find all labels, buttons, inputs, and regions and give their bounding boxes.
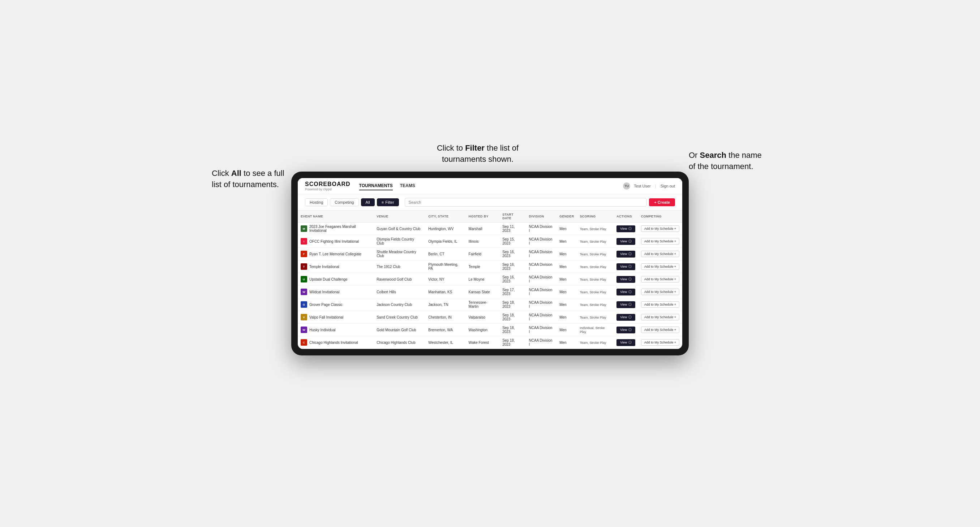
tab-hosting[interactable]: Hosting	[305, 198, 328, 206]
tab-competing[interactable]: Competing	[330, 198, 358, 206]
header-right: TU Test User | Sign out	[623, 183, 675, 190]
event-name-text-8: Husky Individual	[309, 328, 336, 332]
view-button-9[interactable]: View ⓘ	[616, 339, 635, 346]
cell-venue-0: Guyan Golf & Country Club	[374, 222, 425, 235]
cell-gender-4: Men	[557, 273, 577, 286]
cell-start-date-5: Sep 17, 2023	[500, 286, 526, 298]
cell-scoring-3: Team, Stroke Play	[577, 260, 614, 273]
page-wrapper: Click All to see a full list of tourname…	[291, 171, 689, 356]
add-schedule-button-9[interactable]: Add to My Schedule +	[641, 339, 679, 346]
view-button-5[interactable]: View ⓘ	[616, 289, 635, 295]
add-schedule-button-7[interactable]: Add to My Schedule +	[641, 314, 679, 321]
filter-label: Filter	[385, 200, 394, 205]
cell-scoring-2: Team, Stroke Play	[577, 248, 614, 260]
cell-start-date-2: Sep 16, 2023	[500, 248, 526, 260]
cell-division-7: NCAA Division I	[526, 311, 557, 324]
toolbar: Hosting Competing All ≡ Filter + Create	[298, 194, 682, 211]
view-button-6[interactable]: View ⓘ	[616, 301, 635, 308]
cell-hosted-by-9: Wake Forest	[466, 336, 500, 349]
cell-city-state-4: Victor, NY	[425, 273, 465, 286]
cell-division-6: NCAA Division I	[526, 298, 557, 311]
view-button-0[interactable]: View ⓘ	[616, 225, 635, 232]
cell-event-name-9: C Chicago Highlands Invitational	[298, 336, 374, 349]
cell-actions-5: View ⓘ	[614, 286, 638, 298]
event-name-text-5: Wildcat Invitational	[309, 290, 339, 294]
cell-competing-7: Add to My Schedule +	[638, 311, 682, 324]
view-button-1[interactable]: View ⓘ	[616, 238, 635, 245]
annotation-top-right: Or Search the name of the tournament.	[689, 150, 768, 172]
table-header: EVENT NAME VENUE CITY, STATE HOSTED BY S…	[298, 211, 682, 222]
cell-scoring-5: Team, Stroke Play	[577, 286, 614, 298]
col-competing: COMPETING	[638, 211, 682, 222]
col-gender: GENDER	[557, 211, 577, 222]
cell-gender-2: Men	[557, 248, 577, 260]
table-row: V Valpo Fall Invitational Sand Creek Cou…	[298, 311, 682, 324]
nav-teams[interactable]: TEAMS	[400, 182, 415, 190]
add-schedule-button-3[interactable]: Add to My Schedule +	[641, 264, 679, 270]
cell-venue-6: Jackson Country Club	[374, 298, 425, 311]
cell-gender-1: Men	[557, 235, 577, 248]
cell-division-3: NCAA Division I	[526, 260, 557, 273]
annotation-top-center: Click to Filter the list of tournaments …	[416, 143, 539, 165]
cell-city-state-9: Westchester, IL	[425, 336, 465, 349]
team-logo-8: W	[301, 327, 307, 333]
create-button[interactable]: + Create	[649, 198, 675, 206]
cell-hosted-by-3: Temple	[466, 260, 500, 273]
add-schedule-button-0[interactable]: Add to My Schedule +	[641, 225, 679, 232]
app-header: SCOREBOARD Powered by clippd TOURNAMENTS…	[298, 178, 682, 194]
col-hosted-by: HOSTED BY	[466, 211, 500, 222]
cell-city-state-2: Berlin, CT	[425, 248, 465, 260]
cell-event-name-3: T Temple Invitational	[298, 260, 374, 273]
cell-venue-8: Gold Mountain Golf Club	[374, 324, 425, 336]
info-icon-4: ⓘ	[628, 277, 632, 282]
user-avatar: TU	[623, 183, 630, 190]
cell-division-8: NCAA Division I	[526, 324, 557, 336]
view-button-3[interactable]: View ⓘ	[616, 264, 635, 270]
cell-gender-5: Men	[557, 286, 577, 298]
tablet-screen: SCOREBOARD Powered by clippd TOURNAMENTS…	[298, 178, 682, 349]
add-schedule-button-4[interactable]: Add to My Schedule +	[641, 276, 679, 283]
filter-icon: ≡	[382, 200, 384, 205]
table-body: M 2023 Joe Feaganes Marshall Invitationa…	[298, 222, 682, 349]
cell-hosted-by-4: Le Moyne	[466, 273, 500, 286]
cell-event-name-5: W Wildcat Invitational	[298, 286, 374, 298]
cell-event-name-8: W Husky Individual	[298, 324, 374, 336]
cell-division-1: NCAA Division I	[526, 235, 557, 248]
cell-city-state-0: Huntington, WV	[425, 222, 465, 235]
view-button-2[interactable]: View ⓘ	[616, 251, 635, 257]
table-container: EVENT NAME VENUE CITY, STATE HOSTED BY S…	[298, 211, 682, 349]
table-row: U Upstate Dual Challenge Ravenwood Golf …	[298, 273, 682, 286]
search-input[interactable]	[405, 198, 647, 206]
cell-scoring-4: Team, Stroke Play	[577, 273, 614, 286]
cell-gender-8: Men	[557, 324, 577, 336]
filter-button[interactable]: ≡ Filter	[377, 198, 399, 206]
view-button-4[interactable]: View ⓘ	[616, 276, 635, 283]
add-schedule-button-1[interactable]: Add to My Schedule +	[641, 238, 679, 244]
cell-actions-7: View ⓘ	[614, 311, 638, 324]
cell-event-name-4: U Upstate Dual Challenge	[298, 273, 374, 286]
add-schedule-button-2[interactable]: Add to My Schedule +	[641, 251, 679, 257]
cell-start-date-7: Sep 18, 2023	[500, 311, 526, 324]
nav-tournaments[interactable]: TOURNAMENTS	[359, 182, 393, 190]
cell-start-date-8: Sep 18, 2023	[500, 324, 526, 336]
team-logo-5: W	[301, 289, 307, 295]
tab-all[interactable]: All	[361, 198, 375, 206]
cell-hosted-by-6: Tennessee-Martin	[466, 298, 500, 311]
sign-out-link[interactable]: Sign out	[660, 184, 675, 188]
add-schedule-button-8[interactable]: Add to My Schedule +	[641, 327, 679, 333]
team-logo-0: M	[301, 225, 307, 232]
info-icon-9: ⓘ	[628, 340, 632, 345]
cell-competing-8: Add to My Schedule +	[638, 324, 682, 336]
cell-scoring-6: Team, Stroke Play	[577, 298, 614, 311]
event-name-text-6: Grover Page Classic	[309, 303, 342, 307]
team-logo-2: F	[301, 251, 307, 257]
cell-actions-2: View ⓘ	[614, 248, 638, 260]
cell-actions-3: View ⓘ	[614, 260, 638, 273]
col-actions: ACTIONS	[614, 211, 638, 222]
info-icon-7: ⓘ	[628, 315, 632, 320]
add-schedule-button-5[interactable]: Add to My Schedule +	[641, 289, 679, 295]
cell-scoring-7: Team, Stroke Play	[577, 311, 614, 324]
view-button-8[interactable]: View ⓘ	[616, 327, 635, 333]
add-schedule-button-6[interactable]: Add to My Schedule +	[641, 301, 679, 308]
view-button-7[interactable]: View ⓘ	[616, 314, 635, 321]
